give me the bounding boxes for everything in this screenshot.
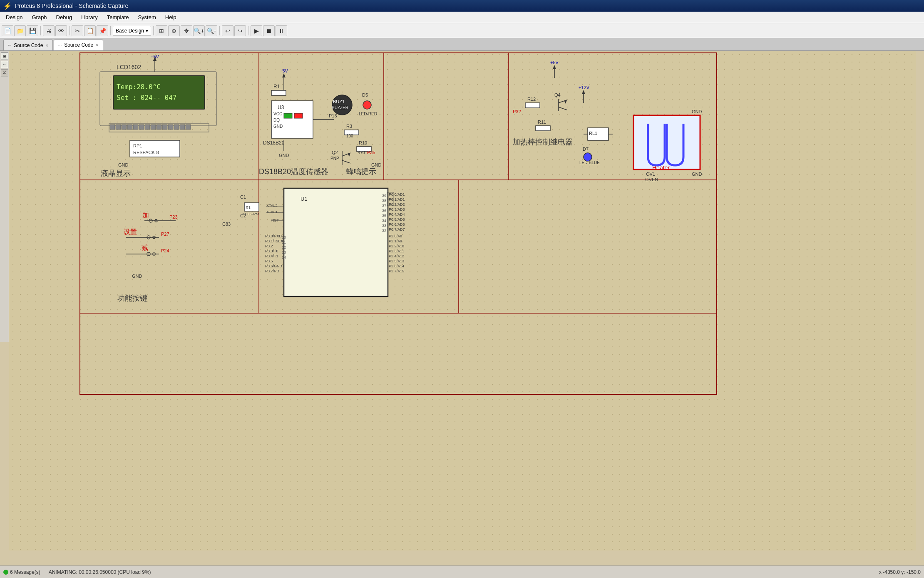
sep1: [40, 26, 41, 35]
svg-text:XTAL2: XTAL2: [266, 204, 278, 208]
tab-1-icon: ···: [8, 43, 11, 47]
svg-text:P3.6/GND: P3.6/GND: [265, 264, 283, 268]
status-dot: [3, 570, 8, 575]
svg-text:D7: D7: [583, 147, 589, 152]
svg-text:P3.5: P3.5: [265, 259, 273, 263]
sidebar-label-s[interactable]: S: [1, 69, 8, 76]
svg-text:P0.5/AD5: P0.5/AD5: [389, 217, 405, 222]
sep2: [69, 26, 70, 35]
svg-text:Q4: Q4: [554, 92, 561, 97]
toolbar-redo[interactable]: ↪: [234, 25, 246, 36]
svg-rect-19: [139, 125, 144, 130]
svg-text:100: 100: [346, 134, 353, 138]
svg-point-119: [153, 253, 155, 255]
menu-system[interactable]: System: [134, 13, 160, 21]
svg-text:RL1: RL1: [589, 131, 597, 136]
svg-rect-99: [633, 115, 700, 169]
svg-rect-76: [525, 103, 540, 108]
sidebar-btn-2[interactable]: ↔: [1, 61, 8, 68]
svg-text:+5V: +5V: [550, 60, 559, 65]
toolbar-open[interactable]: 📁: [14, 25, 26, 36]
svg-text:R11: R11: [538, 120, 546, 125]
svg-rect-17: [127, 125, 132, 130]
toolbar-origin[interactable]: ⊕: [168, 25, 180, 36]
toolbar-paste[interactable]: 📌: [97, 25, 108, 36]
tab-1-close[interactable]: ×: [45, 43, 48, 48]
toolbar-stop[interactable]: ⏹: [263, 25, 275, 36]
svg-text:P0.6/AD6: P0.6/AD6: [389, 222, 405, 227]
toolbar-print[interactable]: 🖨: [43, 25, 55, 36]
svg-text:GND: GND: [279, 153, 289, 158]
svg-marker-88: [582, 90, 585, 94]
tab-2[interactable]: ··· Source Code ×: [54, 40, 103, 50]
svg-rect-154: [387, 199, 394, 206]
schematic-area[interactable]: Temp:28.0°C Set : 024-- 047 LCD1602 RP1 …: [9, 51, 916, 551]
svg-text:38: 38: [382, 199, 386, 203]
svg-text:R3: R3: [346, 124, 352, 129]
sidebar-btn-1[interactable]: ⊞: [1, 52, 8, 60]
svg-text:P27: P27: [161, 232, 169, 237]
svg-rect-42: [294, 113, 303, 118]
svg-text:RST: RST: [271, 218, 279, 222]
svg-text:P32: P32: [513, 109, 521, 114]
toolbar-preview[interactable]: 👁: [55, 25, 67, 36]
svg-text:39: 39: [382, 194, 386, 198]
svg-text:OVEN: OVEN: [645, 177, 658, 182]
menu-help[interactable]: Help: [161, 13, 181, 21]
svg-point-113: [147, 236, 150, 239]
status-text: ANIMATING: 00:00:26.050000 (CPU load 9%): [49, 569, 151, 575]
svg-text:Set : 024-- 047: Set : 024-- 047: [117, 94, 177, 102]
svg-text:GND: GND: [692, 172, 702, 177]
svg-marker-83: [553, 65, 556, 69]
svg-rect-24: [168, 125, 173, 130]
toolbar-zoomin[interactable]: 🔍+: [193, 25, 205, 36]
svg-text:功能按键: 功能按键: [117, 294, 147, 302]
toolbar-zoomout[interactable]: 🔍-: [206, 25, 217, 36]
menu-design[interactable]: Design: [2, 13, 27, 21]
toolbar-cut[interactable]: ✂: [72, 25, 83, 36]
toolbar-grid[interactable]: ⊞: [156, 25, 167, 36]
svg-text:33: 33: [382, 224, 386, 228]
svg-point-114: [153, 236, 155, 239]
svg-text:X1: X1: [246, 205, 251, 210]
svg-rect-21: [151, 125, 156, 130]
svg-text:P0.0/AD1: P0.0/AD1: [389, 192, 405, 197]
svg-text:P13: P13: [329, 113, 337, 118]
svg-text:R12: R12: [527, 97, 536, 102]
svg-text:Q2: Q2: [332, 150, 338, 155]
svg-text:Heater: Heater: [652, 164, 670, 171]
menu-template[interactable]: Template: [103, 13, 133, 21]
svg-marker-71: [348, 153, 350, 157]
toolbar-copy[interactable]: 📋: [84, 25, 96, 36]
toolbar-move[interactable]: ✥: [181, 25, 192, 36]
titlebar: ⚡ Proteus 8 Professional - Schematic Cap…: [0, 0, 924, 12]
menu-library[interactable]: Library: [77, 13, 102, 21]
svg-text:LCD1602: LCD1602: [117, 64, 141, 70]
toolbar-undo[interactable]: ↩: [222, 25, 233, 36]
svg-rect-0: [80, 53, 717, 394]
svg-text:PNP: PNP: [330, 156, 339, 161]
svg-text:P0.2/AD2: P0.2/AD2: [389, 202, 405, 207]
statusbar: 6 Message(s) ANIMATING: 00:00:26.050000 …: [0, 566, 924, 578]
tab-2-label: Source Code: [64, 42, 93, 48]
toolbar-run[interactable]: ▶: [251, 25, 262, 36]
svg-text:P3.3/T0: P3.3/T0: [265, 249, 278, 253]
title-text: Proteus 8 Professional - Schematic Captu…: [15, 2, 128, 9]
tab-2-close[interactable]: ×: [96, 42, 98, 47]
svg-text:RP1: RP1: [133, 143, 142, 148]
svg-marker-33: [153, 57, 156, 61]
toolbar-save[interactable]: 💾: [27, 25, 38, 36]
status-indicator: 6 Message(s): [3, 569, 40, 575]
toolbar-pause[interactable]: ⏸: [276, 25, 287, 36]
tab-1-label: Source Code: [14, 42, 43, 48]
svg-rect-27: [186, 125, 191, 130]
svg-text:+5V: +5V: [151, 54, 159, 59]
toolbar-new[interactable]: 📄: [2, 25, 13, 36]
svg-text:P3.4/T1: P3.4/T1: [265, 254, 278, 258]
svg-text:LED-RED: LED-RED: [359, 112, 377, 116]
tab-1[interactable]: ··· Source Code ×: [3, 40, 53, 50]
menu-graph[interactable]: Graph: [27, 13, 51, 21]
design-dropdown[interactable]: Base Design ▾: [113, 26, 151, 36]
toolbar: 📄 📁 💾 🖨 👁 ✂ 📋 📌 Base Design ▾ ⊞ ⊕ ✥ 🔍+ 🔍…: [0, 23, 924, 38]
menu-debug[interactable]: Debug: [52, 13, 76, 21]
